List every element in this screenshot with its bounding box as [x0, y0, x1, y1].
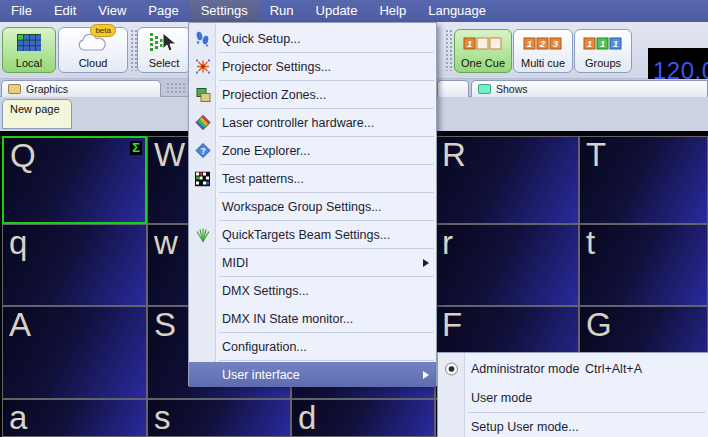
menubar-item-help[interactable]: Help: [368, 0, 417, 22]
menu-item-label: Projector Settings...: [222, 60, 331, 74]
multi-cue-icon: 123: [523, 30, 563, 57]
local-workspace-button[interactable]: Local: [2, 27, 56, 73]
select-cursor-icon: [149, 28, 179, 57]
cue-cell-label: F: [442, 306, 462, 343]
menubar-item-run[interactable]: Run: [259, 0, 305, 22]
menu-item-dmx-settings[interactable]: DMX Settings...: [189, 278, 436, 303]
projector-starburst-icon: [194, 58, 211, 75]
cue-cell-R[interactable]: R: [435, 136, 579, 224]
menu-item-quick-setup[interactable]: Quick Setup...: [189, 26, 436, 51]
svg-text:2: 2: [539, 39, 545, 49]
menubar-item-language[interactable]: Language: [417, 0, 497, 22]
tab-shows-label: Shows: [496, 83, 528, 95]
cue-cell-r[interactable]: r: [435, 224, 579, 306]
beta-badge: beta: [90, 24, 116, 37]
svg-text:1: 1: [527, 39, 532, 49]
menubar-item-view[interactable]: View: [87, 0, 137, 22]
menubar-item-file[interactable]: File: [0, 0, 43, 22]
workspace-grid-icon: [16, 28, 42, 57]
menu-item-label: QuickTargets Beam Settings...: [222, 228, 390, 242]
tab-new-page-label: New page: [10, 103, 60, 115]
one-cue-mode-button[interactable]: 1 One Cue: [454, 29, 512, 73]
zone-explorer-icon: ?: [194, 142, 211, 159]
cue-cell-label: G: [586, 306, 612, 343]
menu-item-label: Administrator mode: [471, 362, 579, 376]
menu-item-dmx-in-state-monitor[interactable]: DMX IN State monitor...: [189, 306, 436, 331]
svg-text:3: 3: [553, 39, 558, 49]
cloud-icon: beta: [76, 28, 110, 57]
groups-mode-button[interactable]: 111 Groups: [574, 29, 632, 73]
menu-item-setup-user-mode[interactable]: Setup User mode...: [438, 414, 708, 437]
menubar-item-edit[interactable]: Edit: [43, 0, 87, 22]
tab-bar-grip-handle[interactable]: [166, 82, 186, 95]
menu-item-administrator-mode[interactable]: Administrator modeCtrl+Alt+A: [438, 356, 708, 382]
menu-item-shortcut: Ctrl+Alt+A: [585, 362, 698, 376]
menu-item-projector-settings[interactable]: Projector Settings...: [189, 54, 436, 79]
tab-new-page[interactable]: New page: [2, 99, 72, 129]
laser-hardware-icon: [194, 114, 211, 131]
menu-item-test-patterns[interactable]: Test patterns...: [189, 166, 436, 191]
one-cue-icon: 1: [463, 30, 503, 57]
toolbar-grip-handle-2[interactable]: [445, 29, 452, 71]
projection-zones-icon: [194, 86, 211, 103]
sum-badge: Σ: [130, 141, 142, 155]
menu-item-label: Configuration...: [222, 340, 307, 354]
select-button[interactable]: Select: [137, 27, 191, 73]
tab-partial[interactable]: [437, 80, 469, 97]
cue-cell-label: s: [154, 399, 171, 436]
cue-cell-s[interactable]: s: [147, 399, 291, 437]
cue-cell-label: W: [154, 136, 185, 173]
footprints-icon: [194, 30, 211, 47]
tab-graphics-label: Graphics: [26, 83, 68, 95]
cue-cell-label: R: [442, 136, 466, 173]
menu-item-projection-zones[interactable]: Projection Zones...: [189, 82, 436, 107]
menu-item-midi[interactable]: MIDI: [189, 250, 436, 275]
cue-cell-label: r: [442, 224, 453, 261]
menubar-item-page[interactable]: Page: [137, 0, 189, 22]
multi-cue-mode-button[interactable]: 123 Multi cue: [513, 29, 573, 73]
submenu-arrow-icon: [423, 371, 429, 379]
menu-item-user-mode[interactable]: User mode: [438, 385, 708, 411]
menu-item-user-interface[interactable]: User interface: [189, 362, 436, 387]
tab-graphics[interactable]: Graphics: [1, 80, 161, 97]
menubar-item-update[interactable]: Update: [305, 0, 369, 22]
menubar-item-settings[interactable]: Settings: [190, 0, 259, 22]
menu-item-label: User mode: [471, 391, 532, 405]
cue-cell-Q[interactable]: QΣ: [2, 136, 147, 224]
tab-shows[interactable]: Shows: [471, 80, 708, 97]
menu-item-label: DMX Settings...: [222, 284, 309, 298]
test-patterns-icon: [194, 170, 211, 187]
cue-cell-a[interactable]: a: [2, 399, 147, 437]
user-interface-submenu: Administrator modeCtrl+Alt+AUser modeSet…: [437, 352, 708, 437]
svg-text:1: 1: [467, 39, 472, 49]
one-cue-label: One Cue: [461, 57, 505, 70]
cue-cell-t[interactable]: t: [579, 224, 708, 306]
graphics-color-swatch: [8, 84, 21, 94]
cue-cell-d[interactable]: d: [291, 399, 435, 437]
toolbar-grip-handle[interactable]: [130, 29, 137, 71]
svg-text:1: 1: [600, 39, 605, 49]
menu-item-configuration[interactable]: Configuration...: [189, 334, 436, 359]
select-button-label: Select: [149, 57, 180, 70]
menu-item-workspace-group-settings[interactable]: Workspace Group Settings...: [189, 194, 436, 219]
cue-cell-A[interactable]: A: [2, 306, 147, 399]
menu-item-zone-explorer[interactable]: ?Zone Explorer...: [189, 138, 436, 163]
cloud-workspace-button[interactable]: beta Cloud: [58, 27, 128, 73]
menu-item-label: Test patterns...: [222, 172, 304, 186]
svg-text:1: 1: [613, 39, 618, 49]
menu-item-label: MIDI: [222, 256, 248, 270]
svg-text:1: 1: [587, 39, 592, 49]
beam-fan-icon: [194, 226, 211, 243]
cue-cell-label: w: [154, 224, 178, 261]
shows-color-swatch: [478, 84, 491, 94]
local-button-label: Local: [16, 57, 42, 70]
submenu-arrow-icon: [423, 259, 429, 267]
cue-cell-T[interactable]: T: [579, 136, 708, 224]
svg-text:?: ?: [200, 146, 205, 156]
cue-cell-q[interactable]: q: [2, 224, 147, 306]
cue-cell-label: Q: [10, 137, 36, 174]
menu-item-quicktargets-beam-settings[interactable]: QuickTargets Beam Settings...: [189, 222, 436, 247]
cue-cell-label: a: [9, 399, 27, 436]
settings-menu: Quick Setup... Projector Settings... Pro…: [188, 22, 437, 386]
menu-item-laser-controller-hardware[interactable]: Laser controller hardware...: [189, 110, 436, 135]
